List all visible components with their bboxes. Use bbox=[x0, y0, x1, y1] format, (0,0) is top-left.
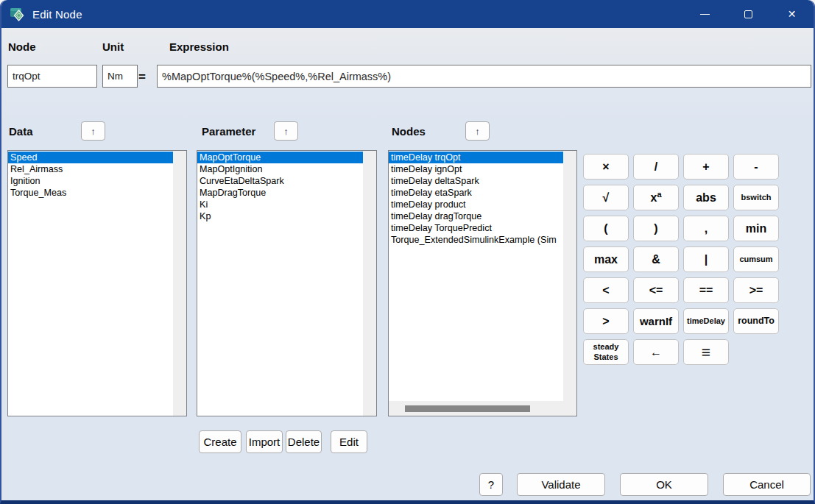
nodes-list: timeDelay trqOpttimeDelay ignOpttimeDela… bbox=[389, 152, 563, 401]
list-item[interactable]: Speed bbox=[8, 152, 173, 163]
nodes-vertical-scrollbar[interactable] bbox=[563, 151, 576, 416]
comma-button[interactable]: , bbox=[683, 216, 729, 241]
up-arrow-icon: ↑ bbox=[283, 126, 289, 137]
maximize-button[interactable] bbox=[727, 0, 770, 28]
help-button[interactable]: ? bbox=[479, 473, 503, 496]
greater-than-button[interactable]: > bbox=[583, 308, 629, 334]
delete-button[interactable]: Delete bbox=[286, 430, 322, 453]
scrollbar-thumb[interactable] bbox=[405, 405, 530, 412]
edit-node-dialog: Edit Node ✕ Node Unit Expression = Data … bbox=[0, 0, 815, 504]
list-item[interactable]: Kp bbox=[197, 210, 363, 222]
expression-input[interactable] bbox=[157, 65, 811, 88]
cancel-button[interactable]: Cancel bbox=[723, 473, 811, 496]
less-than-button[interactable]: < bbox=[583, 277, 629, 303]
list-item[interactable]: timeDelay ignOpt bbox=[389, 163, 563, 175]
nodes-horizontal-scrollbar[interactable] bbox=[389, 401, 563, 416]
close-paren-button[interactable]: ) bbox=[633, 216, 679, 241]
maximize-icon bbox=[744, 10, 752, 18]
expression-label: Expression bbox=[169, 40, 229, 53]
list-item[interactable]: Torque_ExtendedSimulinkExample (Sim bbox=[389, 234, 563, 246]
app-icon bbox=[10, 7, 26, 21]
max-button[interactable]: max bbox=[583, 246, 629, 272]
data-vertical-scrollbar[interactable] bbox=[173, 151, 186, 416]
data-list: SpeedRel_AirmassIgnitionTorque_Meas bbox=[8, 152, 173, 416]
data-list-label: Data bbox=[9, 125, 33, 138]
parameter-listbox: MapOptTorqueMapOptIgnitionCurveEtaDeltaS… bbox=[197, 150, 377, 416]
cumsum-button[interactable]: cumsum bbox=[733, 246, 779, 272]
node-input[interactable] bbox=[7, 65, 97, 88]
parameter-sort-button[interactable]: ↑ bbox=[274, 121, 298, 141]
steadystates-button[interactable]: steady States bbox=[583, 339, 629, 365]
menu-button[interactable]: ≡ bbox=[683, 339, 729, 365]
list-item[interactable]: Ki bbox=[197, 199, 363, 210]
divide-button[interactable]: / bbox=[633, 154, 679, 180]
unit-label: Unit bbox=[102, 40, 124, 53]
list-item[interactable]: Torque_Meas bbox=[8, 187, 173, 199]
ok-button[interactable]: OK bbox=[620, 473, 708, 496]
close-icon: ✕ bbox=[788, 8, 797, 20]
import-button[interactable]: Import bbox=[246, 430, 283, 453]
window-controls: ✕ bbox=[683, 0, 814, 28]
parameter-vertical-scrollbar[interactable] bbox=[363, 151, 376, 416]
list-item[interactable]: timeDelay deltaSpark bbox=[389, 175, 563, 187]
less-equal-button[interactable]: <= bbox=[633, 277, 679, 303]
list-item[interactable]: timeDelay TorquePredict bbox=[389, 222, 563, 234]
multiply-button[interactable]: × bbox=[583, 154, 629, 180]
roundto-button[interactable]: roundTo bbox=[733, 308, 779, 334]
parameter-list-label: Parameter bbox=[202, 125, 255, 138]
nodes-listbox: timeDelay trqOpttimeDelay ignOpttimeDela… bbox=[388, 150, 577, 416]
greater-equal-button[interactable]: >= bbox=[733, 277, 779, 303]
create-button[interactable]: Create bbox=[199, 430, 241, 453]
timedelay-button[interactable]: timeDelay bbox=[683, 308, 729, 334]
and-button[interactable]: & bbox=[633, 246, 679, 272]
list-item[interactable]: CurveEtaDeltaSpark bbox=[197, 175, 363, 187]
list-item[interactable]: MapDragTorque bbox=[197, 187, 363, 199]
min-button[interactable]: min bbox=[733, 216, 779, 241]
nodes-sort-button[interactable]: ↑ bbox=[465, 121, 490, 141]
data-sort-button[interactable]: ↑ bbox=[81, 121, 105, 141]
title-bar: Edit Node ✕ bbox=[1, 0, 814, 28]
minimize-icon bbox=[700, 14, 710, 15]
up-arrow-icon: ↑ bbox=[91, 126, 96, 137]
list-item[interactable]: timeDelay dragTorque bbox=[389, 210, 563, 222]
sqrt-button[interactable]: √ bbox=[583, 185, 629, 210]
list-item[interactable]: MapOptIgnition bbox=[197, 163, 363, 175]
plus-button[interactable]: + bbox=[683, 154, 729, 180]
window-title: Edit Node bbox=[32, 8, 82, 21]
power-button[interactable]: xa bbox=[633, 185, 679, 210]
close-button[interactable]: ✕ bbox=[770, 0, 814, 28]
validate-button[interactable]: Validate bbox=[517, 473, 605, 496]
list-item[interactable]: MapOptTorque bbox=[197, 152, 363, 163]
list-item[interactable]: Ignition bbox=[8, 175, 173, 187]
operator-grid: ×/+-√xaabsbswitch(),minmax&|cumsum<<===>… bbox=[583, 154, 779, 365]
equal-button[interactable]: == bbox=[683, 277, 729, 303]
list-item[interactable]: timeDelay product bbox=[389, 199, 563, 210]
nodes-list-label: Nodes bbox=[392, 125, 426, 138]
minus-button[interactable]: - bbox=[733, 154, 779, 180]
unit-input[interactable] bbox=[102, 65, 138, 88]
back-arrow-button[interactable]: ← bbox=[633, 339, 679, 365]
list-item[interactable]: timeDelay etaSpark bbox=[389, 187, 563, 199]
data-listbox: SpeedRel_AirmassIgnitionTorque_Meas bbox=[7, 150, 187, 416]
warnif-button[interactable]: warnIf bbox=[633, 308, 679, 334]
bswitch-button[interactable]: bswitch bbox=[733, 185, 779, 210]
minimize-button[interactable] bbox=[683, 0, 727, 28]
up-arrow-icon: ↑ bbox=[475, 126, 480, 137]
equals-sign: = bbox=[138, 70, 146, 85]
list-item[interactable]: Rel_Airmass bbox=[8, 163, 173, 175]
open-paren-button[interactable]: ( bbox=[583, 216, 629, 241]
or-button[interactable]: | bbox=[683, 246, 729, 272]
abs-button[interactable]: abs bbox=[683, 185, 729, 210]
list-item[interactable]: timeDelay trqOpt bbox=[389, 152, 563, 163]
parameter-list: MapOptTorqueMapOptIgnitionCurveEtaDeltaS… bbox=[197, 152, 363, 416]
node-label: Node bbox=[8, 40, 36, 53]
edit-button[interactable]: Edit bbox=[331, 430, 367, 453]
